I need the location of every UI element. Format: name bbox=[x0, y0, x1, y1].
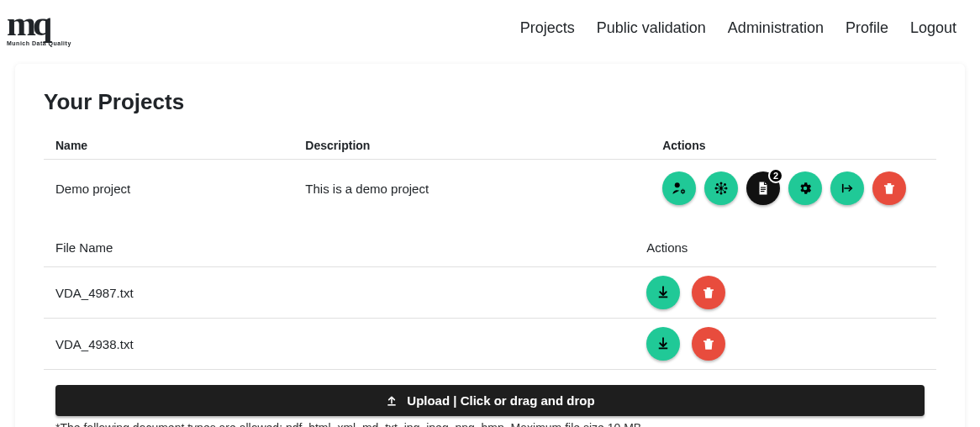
download-icon bbox=[656, 285, 671, 300]
table-row: Demo project This is a demo project bbox=[44, 160, 936, 218]
svg-point-2 bbox=[719, 187, 723, 190]
list-item: VDA_4938.txt bbox=[44, 319, 936, 370]
svg-point-9 bbox=[716, 191, 719, 193]
main-nav: Projects Public validation Administratio… bbox=[520, 19, 956, 37]
documents-badge: 2 bbox=[768, 168, 783, 183]
export-button[interactable] bbox=[830, 171, 864, 205]
files-section: File Name Actions VDA_4987.txt VDA_4938.… bbox=[44, 235, 936, 370]
col-header-actions: Actions bbox=[651, 132, 936, 160]
logo-text: mq bbox=[7, 10, 71, 39]
logo: mq Munich Data Quality bbox=[7, 10, 71, 45]
project-actions: 2 bbox=[651, 160, 936, 218]
upload-area: Upload | Click or drag and drop bbox=[44, 370, 936, 416]
delete-project-button[interactable] bbox=[872, 171, 906, 205]
list-item: VDA_4987.txt bbox=[44, 267, 936, 319]
svg-rect-14 bbox=[659, 297, 668, 298]
trash-icon bbox=[882, 181, 897, 196]
col-header-name: Name bbox=[44, 132, 293, 160]
projects-table: Name Description Actions Demo project Th… bbox=[44, 132, 936, 217]
upload-hint: *The following document types are allowe… bbox=[44, 416, 936, 427]
nav-administration[interactable]: Administration bbox=[728, 19, 824, 37]
delete-file-button[interactable] bbox=[692, 276, 725, 309]
documents-button[interactable]: 2 bbox=[746, 171, 780, 205]
files-col-actions: Actions bbox=[646, 240, 925, 255]
document-icon bbox=[756, 181, 771, 196]
svg-rect-15 bbox=[659, 348, 668, 350]
file-name: VDA_4938.txt bbox=[55, 337, 134, 351]
projects-card: Your Projects Name Description Actions D… bbox=[15, 64, 965, 427]
nav-logout[interactable]: Logout bbox=[910, 19, 956, 37]
user-settings-button[interactable] bbox=[662, 171, 696, 205]
upload-label: Upload | Click or drag and drop bbox=[407, 393, 594, 408]
svg-point-7 bbox=[716, 183, 719, 186]
settings-button[interactable] bbox=[788, 171, 822, 205]
delete-file-button[interactable] bbox=[692, 327, 725, 361]
files-col-name: File Name bbox=[55, 240, 113, 255]
svg-rect-16 bbox=[388, 404, 396, 406]
svg-point-0 bbox=[675, 182, 680, 187]
download-file-button[interactable] bbox=[646, 327, 680, 361]
project-description: This is a demo project bbox=[293, 160, 651, 218]
trash-icon bbox=[701, 336, 716, 351]
svg-point-4 bbox=[720, 192, 723, 195]
svg-point-3 bbox=[720, 182, 723, 185]
nav-public-validation[interactable]: Public validation bbox=[597, 19, 706, 37]
svg-point-8 bbox=[724, 183, 726, 186]
svg-rect-12 bbox=[761, 189, 766, 190]
upload-icon bbox=[385, 394, 398, 408]
download-file-button[interactable] bbox=[646, 276, 680, 309]
gear-icon bbox=[798, 181, 813, 196]
download-icon bbox=[656, 336, 671, 351]
svg-point-10 bbox=[724, 191, 726, 193]
network-icon bbox=[714, 181, 729, 196]
svg-rect-11 bbox=[761, 187, 766, 188]
trash-icon bbox=[701, 285, 716, 300]
file-name: VDA_4987.txt bbox=[55, 286, 134, 300]
svg-point-5 bbox=[715, 187, 718, 190]
svg-rect-13 bbox=[761, 191, 765, 192]
svg-point-6 bbox=[725, 187, 728, 190]
upload-button[interactable]: Upload | Click or drag and drop bbox=[55, 385, 925, 416]
logo-subtext: Munich Data Quality bbox=[7, 41, 71, 46]
svg-point-1 bbox=[682, 190, 684, 192]
nodes-button[interactable] bbox=[704, 171, 738, 205]
nav-projects[interactable]: Projects bbox=[520, 19, 575, 37]
project-name: Demo project bbox=[44, 160, 293, 218]
user-gear-icon bbox=[672, 181, 687, 196]
nav-profile[interactable]: Profile bbox=[846, 19, 888, 37]
export-icon bbox=[840, 181, 855, 196]
page-title: Your Projects bbox=[44, 89, 936, 115]
col-header-description: Description bbox=[293, 132, 651, 160]
topbar: mq Munich Data Quality Projects Public v… bbox=[0, 0, 980, 55]
